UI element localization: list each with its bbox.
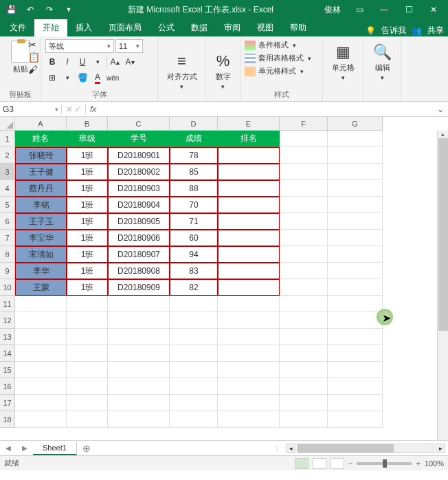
add-sheet-icon[interactable]: ⊕	[77, 443, 96, 454]
cell[interactable]: 1班	[67, 246, 108, 263]
cell[interactable]	[67, 329, 108, 345]
cell[interactable]	[218, 312, 280, 329]
cell[interactable]: 蔡丹丹	[15, 180, 67, 197]
cell[interactable]	[108, 329, 170, 345]
cell[interactable]: 李宝华	[15, 230, 67, 246]
view-pagebreak-icon[interactable]	[331, 458, 344, 469]
qat-dropdown-icon[interactable]: ▼	[60, 2, 77, 17]
cell[interactable]	[108, 411, 170, 428]
cell[interactable]	[15, 411, 67, 428]
cells-button[interactable]: ▦ 单元格 ▾	[332, 39, 355, 81]
sheet-nav-prev-icon[interactable]: ◀	[0, 444, 16, 452]
vertical-scrollbar[interactable]: ▴	[437, 131, 448, 440]
cell[interactable]: 1班	[67, 279, 108, 296]
bold-button[interactable]: B	[45, 55, 59, 69]
cell[interactable]	[218, 230, 280, 246]
cell[interactable]: D20180905	[108, 213, 170, 230]
cell[interactable]	[170, 296, 218, 312]
cell[interactable]	[280, 213, 328, 230]
cell[interactable]	[218, 329, 280, 345]
format-painter-icon[interactable]: 🖌	[28, 64, 39, 75]
cell[interactable]	[218, 197, 280, 213]
increase-font-icon[interactable]: A▴	[108, 55, 122, 69]
tab-home[interactable]: 开始	[34, 19, 67, 36]
tab-review[interactable]: 审阅	[216, 19, 249, 36]
horizontal-scrollbar[interactable]: ⋮ ◂ ▸	[273, 444, 448, 453]
cell[interactable]	[280, 246, 328, 263]
cell[interactable]: D20180906	[108, 230, 170, 246]
cell[interactable]	[67, 345, 108, 362]
tab-insert[interactable]: 插入	[67, 19, 100, 36]
cell[interactable]	[67, 362, 108, 378]
cell-style-button[interactable]: 单元格样式▾	[245, 65, 318, 77]
col-header[interactable]: F	[280, 117, 328, 131]
tell-me[interactable]: 告诉我	[381, 25, 406, 36]
cell[interactable]	[328, 329, 383, 345]
cell[interactable]: 82	[170, 279, 218, 296]
col-header[interactable]: E	[218, 117, 280, 131]
cell[interactable]	[280, 279, 328, 296]
editing-button[interactable]: 🔍 编辑 ▾	[373, 39, 392, 81]
col-header[interactable]: D	[170, 117, 218, 131]
select-all-corner[interactable]	[0, 117, 15, 131]
cell[interactable]	[170, 345, 218, 362]
cell[interactable]	[280, 131, 328, 147]
cell[interactable]: 78	[170, 147, 218, 164]
cell[interactable]: 1班	[67, 213, 108, 230]
borders-dd-icon[interactable]: ▾	[60, 71, 74, 85]
cell[interactable]	[67, 312, 108, 329]
copy-icon[interactable]: 📋	[28, 52, 39, 63]
sheet-tab[interactable]: Sheet1	[33, 441, 77, 455]
cell[interactable]	[170, 312, 218, 329]
cell[interactable]	[108, 345, 170, 362]
cell[interactable]	[218, 164, 280, 180]
zoom-in-icon[interactable]: +	[416, 459, 420, 468]
tab-view[interactable]: 视图	[249, 19, 282, 36]
cell[interactable]	[170, 329, 218, 345]
tab-layout[interactable]: 页面布局	[100, 19, 150, 36]
cell[interactable]	[218, 180, 280, 197]
cell[interactable]	[328, 345, 383, 362]
cell[interactable]	[328, 378, 383, 395]
cell[interactable]: 王子玉	[15, 213, 67, 230]
cell[interactable]	[108, 378, 170, 395]
cell[interactable]	[170, 378, 218, 395]
cell[interactable]	[280, 411, 328, 428]
cell[interactable]	[328, 213, 383, 230]
row-header[interactable]: 16	[0, 378, 15, 395]
row-header[interactable]: 10	[0, 279, 15, 296]
cell[interactable]	[280, 312, 328, 329]
cell[interactable]: 85	[170, 164, 218, 180]
cell[interactable]	[218, 263, 280, 279]
cancel-formula-icon[interactable]: ✕	[66, 105, 73, 114]
cell[interactable]	[280, 378, 328, 395]
italic-button[interactable]: I	[60, 55, 74, 69]
cell[interactable]	[15, 345, 67, 362]
cell[interactable]	[328, 246, 383, 263]
tab-file[interactable]: 文件	[1, 19, 34, 36]
row-header[interactable]: 14	[0, 345, 15, 362]
ribbon-options-icon[interactable]: ▭	[348, 2, 371, 17]
cell[interactable]: 学号	[108, 131, 170, 147]
cell[interactable]	[67, 378, 108, 395]
phonetic-button[interactable]: wén	[106, 71, 120, 85]
cell[interactable]	[218, 395, 280, 411]
font-size-select[interactable]: 11▾	[115, 39, 143, 53]
cell[interactable]	[67, 395, 108, 411]
cell[interactable]	[15, 296, 67, 312]
cell[interactable]	[328, 263, 383, 279]
row-header[interactable]: 5	[0, 197, 15, 213]
cell[interactable]: D20180909	[108, 279, 170, 296]
cell[interactable]	[15, 378, 67, 395]
cell[interactable]	[328, 312, 383, 329]
tab-data[interactable]: 数据	[183, 19, 216, 36]
row-header[interactable]: 6	[0, 213, 15, 230]
row-header[interactable]: 17	[0, 395, 15, 411]
zoom-out-icon[interactable]: −	[348, 459, 352, 468]
cut-icon[interactable]: ✂	[28, 39, 39, 50]
name-box[interactable]: G3▾	[0, 105, 62, 114]
cell[interactable]: 1班	[67, 197, 108, 213]
cell[interactable]	[328, 180, 383, 197]
cell[interactable]: 张晓玲	[15, 147, 67, 164]
row-header[interactable]: 15	[0, 362, 15, 378]
